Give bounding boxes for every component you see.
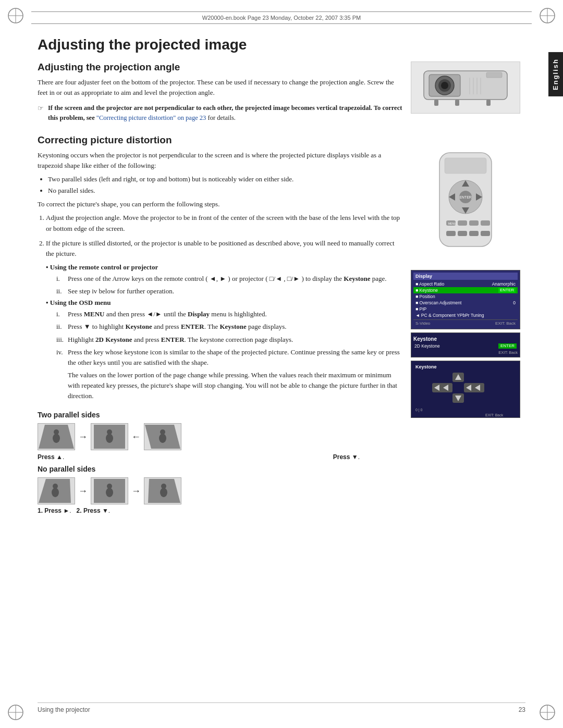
svg-point-35 [52,488,59,497]
menu-row-keystone: ■ Keystone ENTER [413,287,518,293]
keystone-menu-title: Keystone [413,335,518,343]
svg-rect-56 [446,231,456,236]
osd-step-iii: iii. Highlight 2D Keystone and press ENT… [56,335,402,345]
no-parallel-img-2 [91,477,128,504]
parallel-sequence: → ← [38,423,402,450]
no-parallel-heading: No parallel sides [38,465,402,473]
osd-step-i: i. Press MENU and then press ◄/► until t… [56,309,402,319]
arrow-right-1: → [78,431,88,442]
svg-text:EXIT: Back: EXIT: Back [485,413,504,417]
svg-rect-22 [455,100,459,106]
arrow-right-3: → [78,486,88,497]
svg-point-41 [160,488,167,497]
svg-point-39 [107,484,112,489]
no-parallel-sequence: → → [38,477,402,504]
section2-text: Keystoning occurs when the projector is … [38,150,402,515]
step-1: Adjust the projection angle. Move the pr… [46,213,402,233]
section1-body: There are four adjuster feet on the bott… [38,77,402,98]
step-2: If the picture is stilled distorted, or … [46,238,402,259]
menu-row-pip: ■ PIP [413,306,518,312]
arrow-left-2: ← [131,431,141,442]
note-box: ☞ If the screen and the projector are no… [38,103,402,123]
corner-mark-bl [6,703,25,722]
section2-body1: Keystoning occurs when the projector is … [38,150,402,171]
keystone-menu-row: 2D Keystone ENTER [413,343,518,349]
menu-row-pc: ◄ PC & Component YPbPr Tuning [413,312,518,318]
press-up-label: Press ▲. [38,453,64,461]
remote-steps: i. Press one of the Arrow keys on the re… [56,274,402,297]
svg-text:MENU: MENU [448,222,456,225]
corner-mark-tr [538,6,557,25]
svg-rect-59 [481,231,490,236]
projector-image-container [411,61,525,128]
arrow-right-4: → [131,486,141,497]
bullet-item-2: No parallel sides. [48,186,402,196]
svg-point-16 [441,82,448,89]
osd-subsection: • Using the OSD menu i. Press MENU and t… [46,299,402,404]
projector-image [411,61,520,114]
svg-rect-21 [434,100,438,106]
remote-control-image: ENTER MENU [411,150,520,270]
remote-subsection: • Using the remote control or projector … [46,263,402,297]
bullet-item-1: Two parallel sides (left and right, or t… [48,174,402,184]
menu-row-overscan: ■ Overscan Adjustment 0 [413,300,518,306]
remote-step-i: i. Press one of the Arrow keys on the re… [56,274,402,284]
section2-layout: Keystoning occurs when the projector is … [38,150,525,515]
page-footer: Using the projector 23 [38,702,525,713]
right-column: ENTER MENU Display [411,150,525,515]
svg-rect-24 [486,72,502,78]
svg-rect-53 [458,220,467,226]
svg-rect-44 [445,158,486,174]
svg-rect-58 [469,231,479,236]
projector-svg [413,63,518,113]
english-tab: English [548,52,563,96]
svg-text:Keystone: Keystone [415,364,437,369]
no-parallel-img-3 [144,477,181,504]
section1-text: Adjusting the projection angle There are… [38,61,402,128]
page-title: Adjusting the projected image [38,36,525,53]
svg-point-33 [160,429,165,435]
footer-right: 23 [519,706,525,713]
display-menu-screenshot: Display ■ Aspect Ratio Anamorphic ■ Keys… [411,270,520,329]
seq-img-2 [91,423,128,450]
keystone-menu-screenshot: Keystone 2D Keystone ENTER EXIT: Back [411,332,520,357]
svg-point-29 [106,434,113,443]
no-parallel-press-label: 1. Press ►. 2. Press ▼. [38,507,402,515]
svg-point-27 [54,429,59,435]
section2-body2: To correct the picture's shape, you can … [38,199,402,209]
remote-step-ii-text: See step iv below for further operation. [68,286,174,297]
press-down-label: Press ▼. [333,453,360,461]
menu-row-position: ■ Position [413,293,518,300]
parallel-section: Two parallel sides → [38,411,402,515]
corner-mark-tl [6,6,25,25]
subheading-remote: • Using the remote control or projector [46,263,402,272]
note-suffix: for details. [207,114,235,121]
svg-point-38 [106,488,113,497]
seq-img-1 [38,423,75,450]
display-menu-title: Display [413,273,518,280]
press-labels-parallel: Press ▲. Press ▼. [38,452,402,461]
keystone-menu-footer: EXIT: Back [413,349,518,355]
svg-text:ENTER: ENTER [459,195,472,199]
header-text: W20000-en.book Page 23 Monday, October 2… [202,15,361,21]
numbered-steps: Adjust the projection angle. Move the pr… [46,213,402,259]
svg-rect-55 [481,220,490,226]
osd-steps: i. Press MENU and then press ◄/► until t… [56,309,402,404]
svg-rect-23 [486,100,491,106]
note-icon: ☞ [38,104,44,113]
svg-point-42 [161,484,166,489]
note-text: If the screen and the projector are not … [48,103,402,123]
svg-text:0  |  0: 0 | 0 [415,408,423,412]
section2-heading: Correcting picture distortion [38,134,525,146]
subheading-osd: • Using the OSD menu [46,299,402,307]
menu-row-aspect: ■ Aspect Ratio Anamorphic [413,281,518,287]
svg-point-30 [107,429,112,435]
display-menu-footer: S-Video EXIT: Back [413,319,518,327]
note-link[interactable]: "Correcting picture distortion" on page … [96,114,206,121]
osd-step-iv: iv. Press the key whose keystone icon is… [56,347,402,405]
section2-bullets: Two parallel sides (left and right, or t… [48,174,402,196]
osd-step-ii: ii. Press ▼ to highlight Keystone and pr… [56,322,402,332]
section1-heading: Adjusting the projection angle [38,61,402,73]
footer-left: Using the projector [38,706,90,713]
svg-point-32 [159,434,166,443]
